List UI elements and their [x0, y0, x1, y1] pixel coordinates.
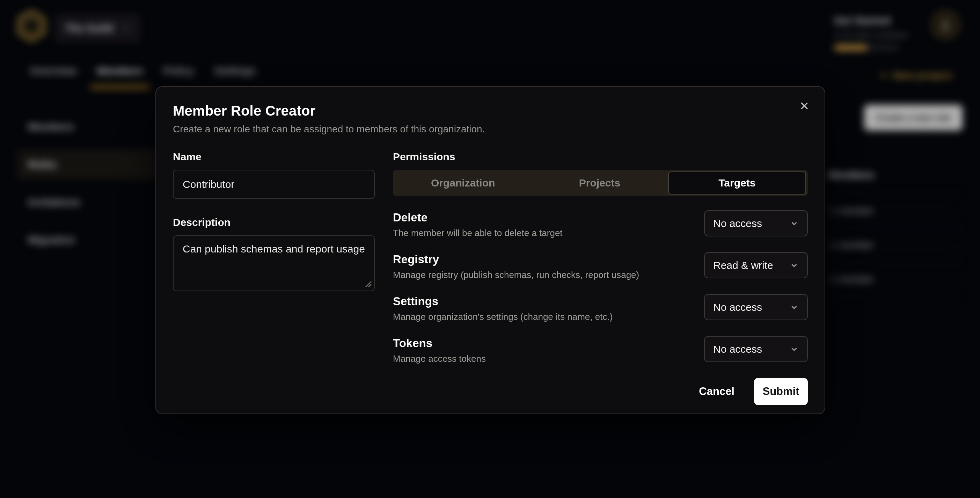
close-icon — [799, 100, 810, 111]
chevron-down-icon — [790, 261, 799, 270]
permission-texts: Registry Manage registry (publish schema… — [393, 252, 639, 280]
perm-tab-targets[interactable]: Targets — [668, 172, 806, 194]
permission-row-registry: Registry Manage registry (publish schema… — [393, 252, 808, 280]
app-screen: The Guild Get Started 4 of 6 tasks compl… — [0, 0, 980, 498]
name-input[interactable] — [173, 170, 375, 199]
perm-tab-organization[interactable]: Organization — [395, 172, 531, 194]
registry-access-select[interactable]: Read & write — [704, 252, 808, 278]
modal-footer: Cancel Submit — [393, 378, 808, 405]
permission-texts: Tokens Manage access tokens — [393, 336, 486, 364]
close-button[interactable] — [795, 96, 814, 116]
perm-tab-label: Projects — [579, 177, 620, 189]
name-label: Name — [173, 151, 375, 163]
selected-value: No access — [713, 343, 762, 355]
perm-tab-label: Organization — [431, 177, 495, 189]
permission-rows: Delete The member will be able to delete… — [393, 210, 808, 364]
modal-title: Member Role Creator — [173, 103, 808, 119]
modal-subtitle: Create a new role that can be assigned t… — [173, 124, 808, 135]
permission-row-settings: Settings Manage organization's settings … — [393, 294, 808, 322]
submit-button[interactable]: Submit — [754, 378, 808, 405]
chevron-down-icon — [790, 219, 799, 228]
description-textarea[interactable]: Can publish schemas and report usage — [173, 235, 375, 291]
chevron-down-icon — [790, 303, 799, 312]
permission-title: Delete — [393, 211, 563, 224]
cancel-button[interactable]: Cancel — [699, 385, 735, 398]
member-role-creator-modal: Member Role Creator Create a new role th… — [156, 86, 825, 414]
description-label: Description — [173, 216, 375, 228]
permission-row-tokens: Tokens Manage access tokens No access — [393, 336, 808, 364]
permission-description: Manage organization's settings (change i… — [393, 312, 612, 322]
permissions-label: Permissions — [393, 151, 808, 163]
settings-access-select[interactable]: No access — [704, 294, 808, 320]
delete-access-select[interactable]: No access — [704, 210, 808, 236]
permission-row-delete: Delete The member will be able to delete… — [393, 210, 808, 239]
permissions-tabbar: Organization Projects Targets — [393, 170, 808, 196]
permission-title: Settings — [393, 295, 612, 308]
permission-description: The member will be able to delete a targ… — [393, 228, 563, 239]
role-identity-column: Name Description Can publish schemas and… — [173, 151, 375, 405]
selected-value: No access — [713, 218, 762, 229]
permission-title: Tokens — [393, 337, 486, 350]
selected-value: Read & write — [713, 259, 773, 271]
permission-description: Manage registry (publish schemas, run ch… — [393, 270, 639, 280]
permission-texts: Delete The member will be able to delete… — [393, 210, 563, 239]
permissions-column: Permissions Organization Projects Target… — [393, 151, 808, 405]
permission-title: Registry — [393, 253, 639, 266]
perm-tab-label: Targets — [718, 177, 756, 189]
permission-description: Manage access tokens — [393, 353, 486, 364]
resize-handle-icon[interactable] — [364, 280, 372, 288]
tokens-access-select[interactable]: No access — [704, 336, 808, 362]
selected-value: No access — [713, 301, 762, 313]
perm-tab-projects[interactable]: Projects — [531, 172, 668, 194]
chevron-down-icon — [790, 345, 799, 354]
permission-texts: Settings Manage organization's settings … — [393, 294, 612, 322]
